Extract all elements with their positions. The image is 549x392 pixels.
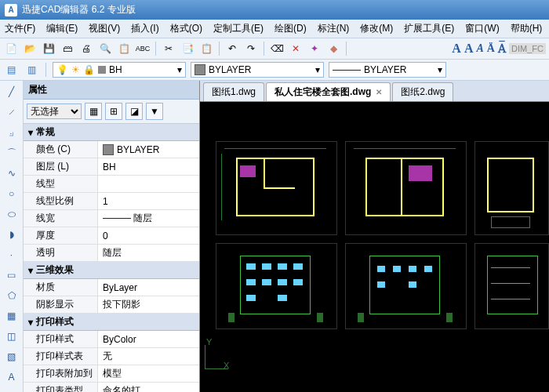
prop-value[interactable]: 1 — [98, 193, 199, 209]
audit-icon[interactable]: ◆ — [325, 41, 341, 56]
polygon-icon[interactable]: ⬠ — [4, 288, 20, 303]
new-icon[interactable]: 📄 — [3, 41, 19, 56]
layerstate-icon[interactable]: ▥ — [24, 62, 39, 78]
saveall-icon[interactable]: 🗃 — [60, 41, 75, 56]
prop-value[interactable]: 投下阴影 — [98, 296, 199, 313]
prop-row[interactable]: 线宽——— 随层 — [24, 210, 199, 227]
tab-drawing1[interactable]: 图纸1.dwg — [203, 82, 264, 101]
color-swatch-icon — [103, 144, 114, 155]
line-icon[interactable]: ╱ — [4, 84, 20, 100]
prop-value[interactable]: BH — [98, 158, 199, 175]
preview-icon[interactable]: 🔍 — [97, 41, 113, 56]
tab-residence[interactable]: 私人住宅楼全套图.dwg✕ — [266, 82, 391, 101]
undo-icon[interactable]: ↶ — [224, 41, 240, 56]
prop-value[interactable]: 无 — [98, 348, 199, 365]
menu-customtools[interactable]: 定制工具(E) — [213, 22, 264, 35]
cancel-icon[interactable]: ✕ — [288, 41, 304, 56]
prop-row[interactable]: 阴影显示投下阴影 — [24, 296, 199, 314]
point-icon[interactable]: · — [4, 247, 20, 263]
quickselect-icon[interactable]: ▦ — [85, 103, 102, 120]
prop-row[interactable]: 材质ByLayer — [24, 279, 199, 296]
prop-value[interactable]: ByLayer — [98, 279, 199, 296]
region-icon[interactable]: ▧ — [4, 349, 20, 365]
dimstyle-combo[interactable]: DIM_FC — [509, 43, 546, 54]
menu-edit[interactable]: 编辑(E) — [46, 22, 78, 35]
polyline-icon[interactable]: ⟓ — [4, 125, 20, 140]
layers-icon[interactable]: ▤ — [3, 62, 19, 78]
menu-window[interactable]: 窗口(W) — [465, 22, 499, 35]
menu-insert[interactable]: 插入(I) — [131, 22, 158, 35]
menu-draw[interactable]: 绘图(D) — [274, 22, 307, 35]
circle-icon[interactable]: ○ — [4, 186, 20, 201]
prop-value[interactable]: 模型 — [98, 365, 199, 382]
layer-color-swatch — [98, 66, 106, 74]
prop-row[interactable]: 打印表附加到模型 — [24, 365, 199, 383]
prop-row[interactable]: 透明随层 — [24, 245, 199, 262]
prop-row[interactable]: 线型比例1 — [24, 193, 199, 210]
prop-value[interactable]: ——— 随层 — [98, 210, 199, 227]
arc-icon[interactable]: ⌒ — [4, 145, 20, 161]
prop-value[interactable] — [98, 176, 199, 192]
menu-help[interactable]: 帮助(H) — [511, 22, 543, 35]
layer-combo[interactable]: 💡 ☀ 🔒 BH ▾ — [53, 62, 186, 78]
menu-format[interactable]: 格式(O) — [170, 22, 202, 35]
ellipse-icon[interactable]: ⬭ — [4, 206, 20, 222]
prop-row[interactable]: 打印样式表无 — [24, 348, 199, 365]
prop-row[interactable]: 厚度0 — [24, 227, 199, 245]
textstyle-a5-icon[interactable]: A̅ — [498, 42, 506, 56]
prop-row[interactable]: 打印样式ByColor — [24, 331, 199, 348]
text-icon[interactable]: A — [4, 369, 20, 385]
menu-file[interactable]: 文件(F) — [5, 22, 35, 35]
drawing-area: 图纸1.dwg 私人住宅楼全套图.dwg✕ 图纸2.dwg — [200, 81, 549, 392]
tab-drawing2[interactable]: 图纸2.dwg — [392, 82, 453, 101]
prop-group-header[interactable]: ▾打印样式 — [24, 314, 199, 331]
print-icon[interactable]: 🖨 — [78, 41, 94, 56]
drawing-cell — [474, 243, 549, 329]
menu-extensions[interactable]: 扩展工具(E) — [404, 22, 454, 35]
menu-bar: 文件(F) 编辑(E) 视图(V) 插入(I) 格式(O) 定制工具(E) 绘图… — [0, 20, 549, 38]
selectobj-icon[interactable]: ◪ — [125, 103, 143, 120]
spline-icon[interactable]: ∿ — [4, 165, 20, 181]
viewport[interactable]: Y X — [200, 102, 549, 392]
paste-icon[interactable]: 📋 — [198, 41, 214, 56]
prop-value[interactable]: 0 — [98, 227, 199, 244]
open-icon[interactable]: 📂 — [22, 41, 38, 56]
prop-row[interactable]: 图层 (L)BH — [24, 158, 199, 176]
copy-icon[interactable]: 📑 — [180, 41, 195, 56]
rectangle-icon[interactable]: ▭ — [4, 267, 20, 283]
menu-dimension[interactable]: 标注(N) — [318, 22, 350, 35]
prop-key: 打印表附加到 — [24, 365, 98, 382]
erase-icon[interactable]: ⌫ — [269, 41, 285, 56]
cut-icon[interactable]: ✂ — [161, 41, 176, 56]
textstyle-a3-icon[interactable]: A — [476, 42, 483, 55]
ellipsearc-icon[interactable]: ◗ — [4, 227, 20, 242]
linetype-combo[interactable]: ——— BYLAYER ▾ — [329, 62, 446, 78]
block-icon[interactable]: ◫ — [4, 328, 20, 344]
selection-combo[interactable]: 无选择 — [27, 103, 82, 119]
textstyle-a2-icon[interactable]: A — [464, 42, 474, 56]
prop-row[interactable]: 打印表类型命名的打… — [24, 383, 199, 392]
filter-icon[interactable]: ▼ — [146, 103, 163, 120]
color-combo[interactable]: BYLAYER ▾ — [191, 62, 324, 78]
prop-value[interactable]: BYLAYER — [98, 141, 199, 158]
prop-row[interactable]: 颜色 (C)BYLAYER — [24, 141, 199, 158]
save-icon[interactable]: 💾 — [41, 41, 56, 56]
textstyle-a1-icon[interactable]: A — [452, 42, 461, 56]
redo-icon[interactable]: ↷ — [243, 41, 259, 56]
close-icon[interactable]: ✕ — [376, 88, 382, 96]
prop-group-header[interactable]: ▾三维效果 — [24, 262, 199, 279]
hatch-icon[interactable]: ▦ — [4, 308, 20, 324]
prop-value[interactable]: ByColor — [98, 331, 199, 347]
textstyle-a4-icon[interactable]: Ä — [487, 42, 495, 55]
prop-group-header[interactable]: ▾常规 — [24, 124, 199, 141]
prop-value[interactable]: 随层 — [98, 245, 199, 261]
pickadd-icon[interactable]: ⊞ — [105, 103, 122, 120]
ray-icon[interactable]: ⟋ — [4, 104, 20, 120]
purge-icon[interactable]: ✦ — [307, 41, 322, 56]
plot-icon[interactable]: 📋 — [116, 41, 132, 56]
spell-icon[interactable]: ABC — [135, 41, 151, 56]
prop-row[interactable]: 线型 — [24, 176, 199, 193]
menu-modify[interactable]: 修改(M) — [360, 22, 393, 35]
prop-value[interactable]: 命名的打… — [98, 383, 199, 392]
menu-view[interactable]: 视图(V) — [89, 22, 120, 35]
